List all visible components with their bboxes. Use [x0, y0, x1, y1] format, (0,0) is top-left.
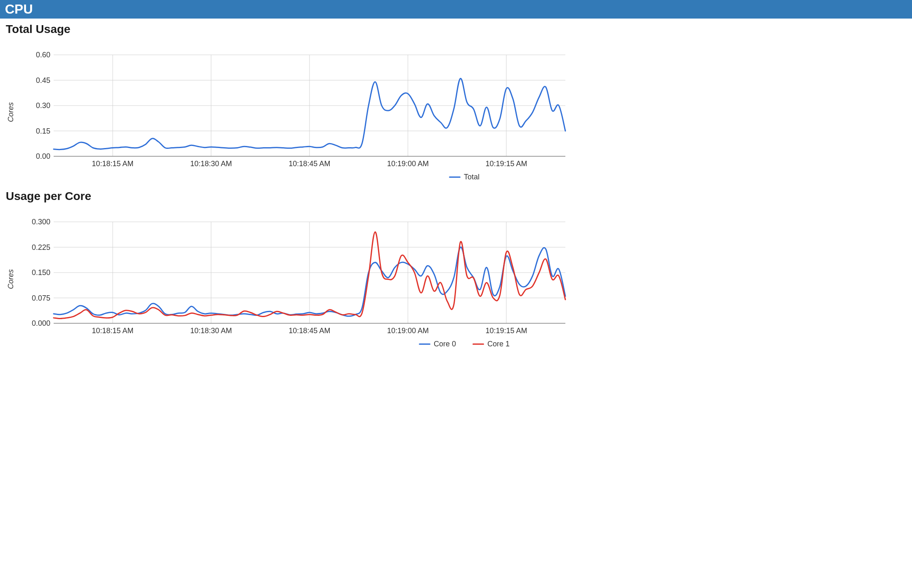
svg-text:0.00: 0.00 — [36, 152, 50, 160]
legend-swatch-total — [449, 176, 461, 178]
svg-text:0.150: 0.150 — [32, 268, 50, 277]
section-title-percore: Usage per Core — [6, 190, 912, 203]
svg-text:0.30: 0.30 — [36, 101, 50, 110]
svg-text:0.300: 0.300 — [32, 218, 50, 226]
chart-per-core: Cores 0.0000.0750.1500.2250.30010:18:15 … — [0, 205, 912, 353]
ylabel-percore: Cores — [7, 269, 15, 289]
svg-text:10:18:30 AM: 10:18:30 AM — [190, 327, 232, 335]
svg-text:10:18:45 AM: 10:18:45 AM — [288, 160, 330, 168]
legend-swatch-core0 — [419, 343, 430, 345]
svg-text:0.15: 0.15 — [36, 127, 50, 135]
svg-text:10:19:00 AM: 10:19:00 AM — [387, 160, 429, 168]
section-title-total: Total Usage — [6, 23, 912, 36]
svg-text:0.60: 0.60 — [36, 51, 50, 59]
ylabel-total: Cores — [7, 102, 15, 122]
legend-label-total: Total — [464, 173, 480, 181]
legend-item-core1: Core 1 — [473, 340, 510, 348]
legend-label-core1: Core 1 — [487, 340, 510, 348]
svg-text:0.45: 0.45 — [36, 76, 50, 85]
legend-swatch-core1 — [473, 343, 484, 345]
svg-text:0.075: 0.075 — [32, 294, 50, 302]
legend-label-core0: Core 0 — [434, 340, 456, 348]
legend-total: Total — [25, 173, 904, 181]
svg-text:10:18:15 AM: 10:18:15 AM — [92, 327, 134, 335]
chart-percore-svg: 0.0000.0750.1500.2250.30010:18:15 AM10:1… — [25, 214, 569, 337]
chart-total-usage: Cores 0.000.150.300.450.6010:18:15 AM10:… — [0, 38, 912, 186]
svg-text:10:18:45 AM: 10:18:45 AM — [288, 327, 330, 335]
banner-title: CPU — [5, 2, 33, 16]
svg-text:0.000: 0.000 — [32, 319, 50, 327]
svg-text:10:19:15 AM: 10:19:15 AM — [485, 327, 527, 335]
svg-text:0.225: 0.225 — [32, 243, 50, 252]
chart-total-svg: 0.000.150.300.450.6010:18:15 AM10:18:30 … — [25, 47, 569, 170]
legend-percore: Core 0 Core 1 — [25, 340, 904, 348]
svg-text:10:18:30 AM: 10:18:30 AM — [190, 160, 232, 168]
svg-text:10:18:15 AM: 10:18:15 AM — [92, 160, 134, 168]
legend-item-core0: Core 0 — [419, 340, 456, 348]
legend-item-total: Total — [449, 173, 480, 181]
svg-text:10:19:15 AM: 10:19:15 AM — [485, 160, 527, 168]
banner: CPU — [0, 0, 912, 19]
svg-text:10:19:00 AM: 10:19:00 AM — [387, 327, 429, 335]
